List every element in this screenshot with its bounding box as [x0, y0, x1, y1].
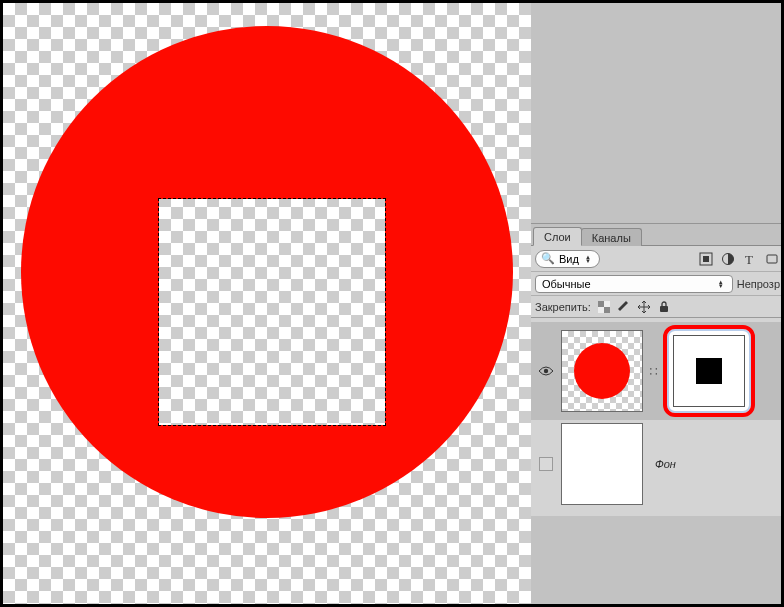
layers-list: ⸬ Фон [531, 318, 784, 516]
blend-mode-value: Обычные [542, 278, 591, 290]
lock-row: Закрепить: [531, 296, 784, 318]
blend-mode-dropdown[interactable]: Обычные ▲▼ [535, 275, 733, 293]
lock-paint-icon[interactable] [617, 300, 631, 314]
layer-row[interactable]: ⸬ [531, 322, 784, 420]
svg-rect-9 [660, 306, 668, 312]
layers-panel: Слои Каналы 🔍 Вид ▲▼ T [531, 223, 784, 516]
svg-rect-6 [604, 307, 610, 313]
lock-all-icon[interactable] [657, 300, 671, 314]
selection-marquee[interactable] [159, 199, 385, 425]
layer-filter-row: 🔍 Вид ▲▼ T [531, 246, 784, 272]
filter-type-text-icon[interactable]: T [742, 251, 758, 267]
filter-shape-icon[interactable] [764, 251, 780, 267]
lock-label: Закрепить: [535, 301, 591, 313]
lock-transparency-icon[interactable] [597, 300, 611, 314]
visibility-eye-icon[interactable] [538, 365, 554, 377]
lock-position-icon[interactable] [637, 300, 651, 314]
svg-rect-4 [767, 255, 777, 263]
svg-text:T: T [745, 252, 753, 266]
layer-thumbnail[interactable] [561, 330, 643, 412]
svg-rect-8 [598, 307, 604, 313]
right-panel-column: Слои Каналы 🔍 Вид ▲▼ T [531, 3, 784, 604]
layer-row[interactable]: Фон [531, 420, 784, 508]
tab-layers[interactable]: Слои [533, 227, 582, 246]
filter-type-dropdown[interactable]: 🔍 Вид ▲▼ [535, 250, 600, 268]
filter-adjustment-icon[interactable] [720, 251, 736, 267]
svg-rect-7 [604, 301, 610, 307]
mask-link-icon[interactable]: ⸬ [650, 365, 657, 378]
canvas-area[interactable] [3, 3, 531, 604]
panel-tabs: Слои Каналы [531, 224, 784, 246]
stepper-arrows-icon: ▲▼ [583, 255, 593, 263]
thumbnail-content-icon [574, 343, 630, 399]
mask-content [673, 335, 745, 407]
mask-black-square-icon [696, 358, 722, 384]
filter-type-label: Вид [559, 253, 579, 265]
stepper-arrows-icon: ▲▼ [716, 280, 726, 288]
svg-rect-5 [598, 301, 604, 307]
svg-point-10 [544, 369, 548, 373]
opacity-label: Непрозр [737, 278, 780, 290]
blend-opacity-row: Обычные ▲▼ Непрозр [531, 272, 784, 296]
layer-mask-thumbnail[interactable] [663, 325, 755, 417]
search-icon: 🔍 [541, 252, 555, 265]
layer-thumbnail[interactable] [561, 423, 643, 505]
tab-channels[interactable]: Каналы [581, 228, 642, 246]
filter-pixel-icon[interactable] [698, 251, 714, 267]
svg-rect-1 [703, 256, 709, 262]
visibility-toggle[interactable] [539, 457, 553, 471]
layer-name-label[interactable]: Фон [647, 458, 676, 470]
